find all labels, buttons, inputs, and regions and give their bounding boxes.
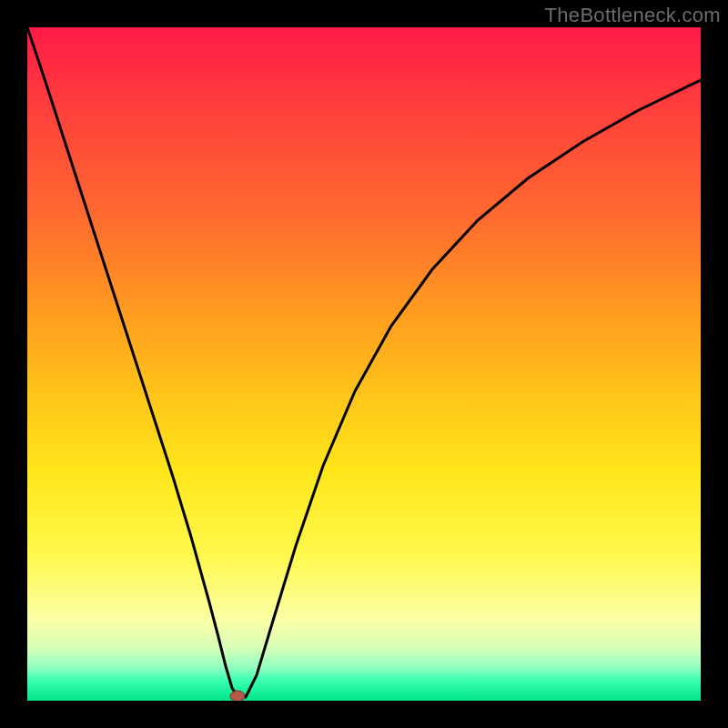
chart-frame: TheBottleneck.com bbox=[0, 0, 728, 728]
chart-svg bbox=[27, 27, 701, 701]
plot-area bbox=[27, 27, 701, 701]
optimal-point-marker bbox=[230, 691, 245, 701]
watermark-text: TheBottleneck.com bbox=[545, 4, 721, 27]
bottleneck-curve bbox=[27, 27, 701, 697]
